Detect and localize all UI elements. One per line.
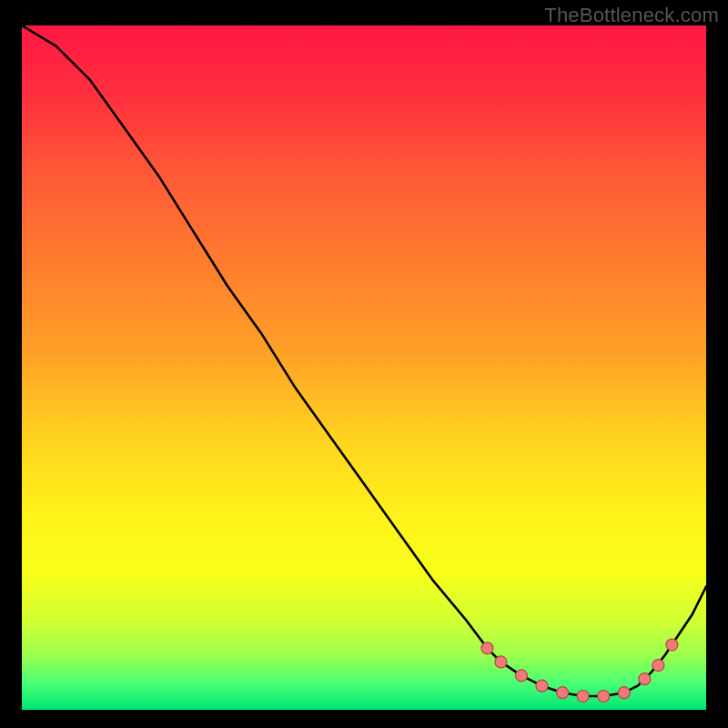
curve-marker	[516, 670, 528, 682]
curve-marker	[639, 673, 651, 685]
curve-marker	[495, 656, 507, 668]
watermark-text: TheBottleneck.com	[544, 4, 719, 27]
curve-marker	[598, 691, 610, 703]
plot-area	[22, 25, 706, 710]
chart-stage: TheBottleneck.com	[0, 0, 728, 728]
curve-marker	[536, 680, 548, 692]
chart-svg	[22, 25, 706, 710]
curve-marker	[618, 687, 630, 699]
curve-marker	[577, 691, 589, 703]
curve-marker	[481, 642, 493, 654]
curve-marker	[652, 660, 664, 672]
curve-marker	[666, 639, 678, 651]
curve-marker	[557, 687, 569, 699]
